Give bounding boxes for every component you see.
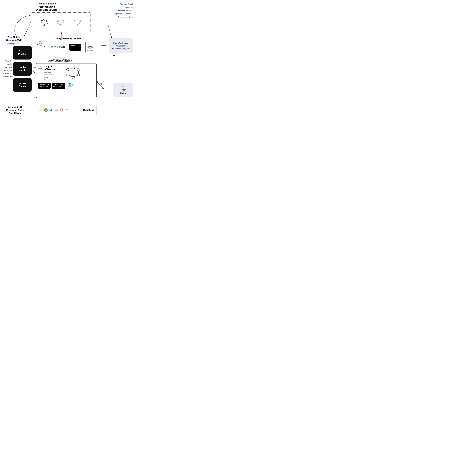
microservice-node-2: [57, 18, 65, 26]
pulsar-text: PULSAR: [54, 46, 65, 49]
svg-point-73: [67, 110, 68, 110]
pulsar-icon: ≋: [50, 45, 53, 49]
community-label: Community & Messaging Tools, Social Medi…: [6, 106, 24, 115]
top-right-item-2: goods invetory: [114, 6, 133, 9]
svg-line-6: [44, 20, 46, 21]
sidebar-item-5: Game catalog: [0, 75, 12, 78]
svg-point-41: [67, 68, 69, 71]
top-right-item-1: Real-time Virtual: [114, 2, 133, 6]
svg-point-38: [77, 74, 80, 76]
virtual-goods-card: Virtual Goods: [13, 78, 32, 92]
svg-point-14: [63, 23, 64, 24]
svg-point-5: [41, 20, 42, 22]
stargate-text-block: Stargate API Gateway Key-value wide colu…: [44, 66, 56, 81]
cloud-icon: [54, 109, 58, 112]
cassandra-logo: cassandra: [67, 83, 73, 89]
cloud-icons: aws: [39, 108, 68, 112]
svg-point-40: [67, 74, 69, 76]
svg-line-18: [61, 20, 63, 21]
sidebar-item-4: and inventory: [0, 72, 12, 75]
svg-point-74: [67, 111, 68, 111]
svg-point-4: [41, 23, 42, 24]
sidebar-item-2: Leaderboards: [0, 66, 12, 69]
svg-line-42: [73, 68, 77, 69]
svg-point-72: [67, 109, 68, 109]
svg-point-28: [74, 23, 75, 24]
svg-line-21: [59, 24, 60, 25]
svg-line-11: [42, 20, 44, 21]
game-player-bottom-label: Game and Player State Data: [97, 81, 104, 86]
gaming-services-label: Gaming Services: [7, 43, 22, 45]
svg-point-13: [63, 20, 64, 22]
top-title: Gaming Analytics, Personalization Other …: [36, 2, 57, 12]
svg-point-36: [72, 66, 74, 68]
svg-point-64: [57, 109, 58, 110]
astra-db-section-label: Astra DB with Stargate: [48, 59, 72, 62]
svg-point-2: [46, 23, 48, 24]
top-right-item-5: Recommendations: [114, 15, 133, 18]
data-warehouse-box: Data Warehouse, ML models Advanced Analy…: [109, 38, 133, 53]
astra-streaming-label: Astra Streaming Services: [56, 37, 81, 40]
svg-point-16: [57, 23, 59, 24]
svg-point-17: [57, 20, 59, 22]
svg-line-32: [78, 24, 80, 25]
svg-point-50: [69, 85, 70, 86]
svg-line-79: [24, 22, 31, 36]
svg-point-25: [80, 20, 81, 22]
top-right-item-4: Player Personalization &: [114, 12, 133, 15]
svg-line-23: [59, 20, 60, 21]
web-mobile-label: Web, Mobile,Console/AR/VR: [6, 36, 22, 42]
svg-line-82: [36, 44, 46, 47]
svg-text:aws: aws: [39, 109, 41, 111]
gcp-icon: [44, 108, 48, 112]
svg-line-83: [33, 71, 36, 73]
microservice-node-1: [40, 18, 48, 26]
db-badges-row: DATASTAX ASTRA DB DATASTAX ENTERPRISE: [38, 83, 94, 89]
cassandra-text: cassandra: [67, 87, 73, 89]
svg-point-39: [72, 76, 74, 79]
svg-point-1: [46, 20, 48, 22]
svg-point-24: [77, 19, 78, 20]
svg-line-35: [75, 20, 77, 21]
svg-line-20: [61, 24, 63, 25]
svg-line-47: [69, 68, 72, 69]
etl-text: ETL/ Jobs/ Spark: [120, 85, 126, 95]
streaming-box: ≋ PULSAR DATASTAX ASTRASTREAMING: [46, 41, 85, 53]
stargate-title: Stargate API Gateway: [44, 66, 56, 71]
game-player-top-label: Game and Player State Data: [87, 47, 93, 51]
sidebar-list: Player 360 profiles Leaderboards Virtual…: [0, 59, 12, 78]
svg-point-12: [60, 19, 61, 20]
event-stream-label: Event Stream: [38, 41, 43, 44]
stargate-desc: Key-value wide column Graph Document: [44, 71, 56, 81]
astra-db-badge: DATASTAX ASTRA DB: [38, 83, 51, 89]
etl-box: ETL/ Jobs/ Spark: [113, 83, 133, 97]
astra-db-box: ✳ Stargate API Gateway Key-value wide co…: [36, 63, 97, 98]
svg-line-9: [42, 24, 44, 25]
stargate-row: ✳ Stargate API Gateway Key-value wide co…: [38, 66, 94, 81]
svg-point-26: [80, 23, 81, 24]
microservice-node-3: [74, 18, 81, 26]
microservices-box: [31, 12, 90, 32]
sidebar-item-3: Virtual goods: [0, 69, 12, 72]
multi-cloud-label: Multi Cloud: [83, 109, 94, 111]
azure-icon: [49, 108, 53, 112]
top-right-list: Real-time Virtual goods invetory Leaderb…: [114, 2, 133, 18]
svg-point-37: [77, 68, 80, 71]
svg-line-80: [108, 24, 112, 38]
cassandra-ring: [66, 66, 80, 80]
astra-enterprise-badge: DATASTAX ENTERPRISE: [52, 83, 65, 89]
aws-icon: aws: [39, 109, 43, 111]
sidebar-item-1: Player 360 profiles: [0, 59, 12, 66]
sync-icon: [60, 108, 63, 112]
svg-point-58: [45, 109, 47, 111]
stargate-icon: ✳: [38, 66, 42, 71]
svg-line-45: [69, 75, 72, 77]
pulsar-logo: ≋ PULSAR: [50, 45, 65, 49]
svg-line-44: [74, 75, 77, 77]
player-profiles-card: Player Profiles: [13, 46, 32, 59]
leader-boards-card: Leader boards: [13, 62, 32, 76]
server-icon: [65, 108, 68, 112]
svg-line-8: [45, 24, 46, 25]
svg-line-33: [75, 24, 77, 25]
multi-cloud-box: aws: [36, 105, 97, 115]
